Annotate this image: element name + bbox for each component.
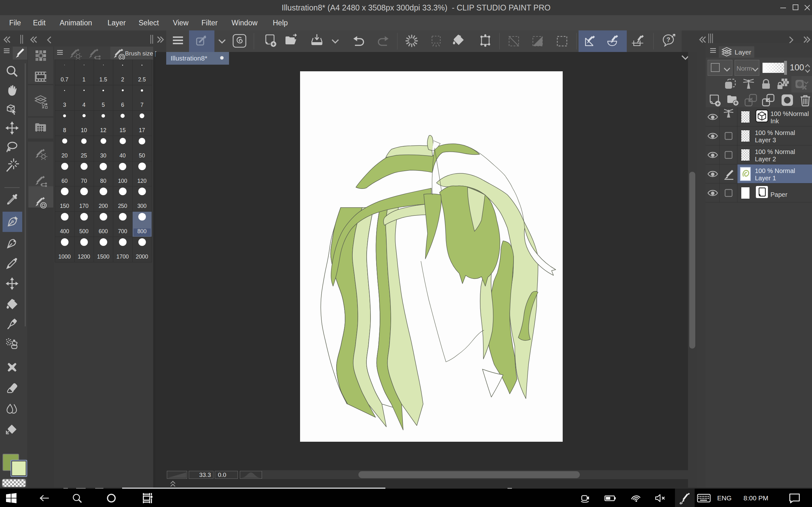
svg-text:?: ? [666,36,670,43]
